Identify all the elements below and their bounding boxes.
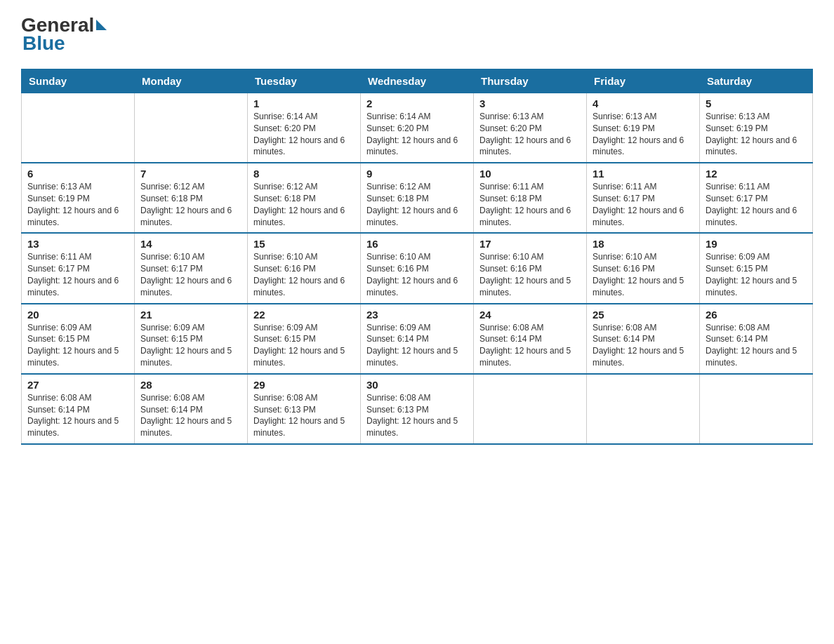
calendar-cell: 26Sunrise: 6:08 AM Sunset: 6:14 PM Dayli… [700, 304, 813, 374]
day-info: Sunrise: 6:12 AM Sunset: 6:18 PM Dayligh… [140, 181, 241, 228]
calendar-cell: 15Sunrise: 6:10 AM Sunset: 6:16 PM Dayli… [248, 233, 361, 303]
day-number: 20 [27, 309, 128, 321]
calendar-cell: 28Sunrise: 6:08 AM Sunset: 6:14 PM Dayli… [135, 374, 248, 444]
header-friday: Friday [587, 69, 700, 93]
day-info: Sunrise: 6:08 AM Sunset: 6:13 PM Dayligh… [366, 392, 468, 439]
day-number: 23 [366, 309, 468, 321]
day-info: Sunrise: 6:11 AM Sunset: 6:17 PM Dayligh… [27, 251, 128, 298]
day-number: 13 [27, 238, 128, 250]
calendar-cell: 5Sunrise: 6:13 AM Sunset: 6:19 PM Daylig… [700, 93, 813, 163]
day-number: 28 [140, 379, 241, 391]
day-info: Sunrise: 6:12 AM Sunset: 6:18 PM Dayligh… [253, 181, 355, 228]
calendar-cell: 8Sunrise: 6:12 AM Sunset: 6:18 PM Daylig… [248, 163, 361, 233]
calendar-cell: 25Sunrise: 6:08 AM Sunset: 6:14 PM Dayli… [587, 304, 700, 374]
day-info: Sunrise: 6:08 AM Sunset: 6:14 PM Dayligh… [479, 322, 581, 369]
day-number: 29 [253, 379, 355, 391]
calendar-cell: 27Sunrise: 6:08 AM Sunset: 6:14 PM Dayli… [22, 374, 135, 444]
calendar-cell: 17Sunrise: 6:10 AM Sunset: 6:16 PM Dayli… [474, 233, 587, 303]
day-info: Sunrise: 6:09 AM Sunset: 6:15 PM Dayligh… [706, 251, 807, 298]
day-info: Sunrise: 6:08 AM Sunset: 6:14 PM Dayligh… [593, 322, 694, 369]
calendar-cell [474, 374, 587, 444]
day-number: 21 [140, 309, 241, 321]
day-number: 22 [253, 309, 355, 321]
day-info: Sunrise: 6:13 AM Sunset: 6:19 PM Dayligh… [593, 111, 694, 158]
day-info: Sunrise: 6:10 AM Sunset: 6:16 PM Dayligh… [366, 251, 468, 298]
calendar-cell: 4Sunrise: 6:13 AM Sunset: 6:19 PM Daylig… [587, 93, 700, 163]
day-info: Sunrise: 6:11 AM Sunset: 6:17 PM Dayligh… [593, 181, 694, 228]
calendar-cell: 18Sunrise: 6:10 AM Sunset: 6:16 PM Dayli… [587, 233, 700, 303]
day-number: 25 [593, 309, 694, 321]
calendar-table: SundayMondayTuesdayWednesdayThursdayFrid… [21, 69, 813, 445]
day-number: 26 [706, 309, 807, 321]
day-info: Sunrise: 6:09 AM Sunset: 6:14 PM Dayligh… [366, 322, 468, 369]
calendar-cell: 13Sunrise: 6:11 AM Sunset: 6:17 PM Dayli… [22, 233, 135, 303]
calendar-cell: 20Sunrise: 6:09 AM Sunset: 6:15 PM Dayli… [22, 304, 135, 374]
calendar-cell: 24Sunrise: 6:08 AM Sunset: 6:14 PM Dayli… [474, 304, 587, 374]
calendar-cell [587, 374, 700, 444]
calendar-cell: 7Sunrise: 6:12 AM Sunset: 6:18 PM Daylig… [135, 163, 248, 233]
calendar-cell: 10Sunrise: 6:11 AM Sunset: 6:18 PM Dayli… [474, 163, 587, 233]
calendar-cell [135, 93, 248, 163]
day-number: 1 [253, 98, 355, 109]
logo: General Blue [21, 14, 107, 55]
day-number: 8 [253, 168, 355, 180]
calendar-cell: 16Sunrise: 6:10 AM Sunset: 6:16 PM Dayli… [361, 233, 474, 303]
calendar-week-row: 6Sunrise: 6:13 AM Sunset: 6:19 PM Daylig… [22, 163, 813, 233]
day-number: 9 [366, 168, 468, 180]
calendar-cell [22, 93, 135, 163]
day-info: Sunrise: 6:09 AM Sunset: 6:15 PM Dayligh… [140, 322, 241, 369]
calendar-header-row: SundayMondayTuesdayWednesdayThursdayFrid… [22, 69, 813, 93]
calendar-cell: 23Sunrise: 6:09 AM Sunset: 6:14 PM Dayli… [361, 304, 474, 374]
header-wednesday: Wednesday [361, 69, 474, 93]
day-number: 30 [366, 379, 468, 391]
day-info: Sunrise: 6:13 AM Sunset: 6:20 PM Dayligh… [479, 111, 581, 158]
calendar-cell: 21Sunrise: 6:09 AM Sunset: 6:15 PM Dayli… [135, 304, 248, 374]
day-info: Sunrise: 6:10 AM Sunset: 6:16 PM Dayligh… [479, 251, 581, 298]
header-saturday: Saturday [700, 69, 813, 93]
day-number: 10 [479, 168, 581, 180]
page-header: General Blue [21, 14, 813, 55]
day-info: Sunrise: 6:08 AM Sunset: 6:13 PM Dayligh… [253, 392, 355, 439]
day-number: 3 [479, 98, 581, 109]
day-info: Sunrise: 6:13 AM Sunset: 6:19 PM Dayligh… [27, 181, 128, 228]
calendar-cell [700, 374, 813, 444]
day-number: 7 [140, 168, 241, 180]
calendar-cell: 11Sunrise: 6:11 AM Sunset: 6:17 PM Dayli… [587, 163, 700, 233]
calendar-cell: 12Sunrise: 6:11 AM Sunset: 6:17 PM Dayli… [700, 163, 813, 233]
calendar-cell: 22Sunrise: 6:09 AM Sunset: 6:15 PM Dayli… [248, 304, 361, 374]
header-sunday: Sunday [22, 69, 135, 93]
day-info: Sunrise: 6:10 AM Sunset: 6:17 PM Dayligh… [140, 251, 241, 298]
logo-triangle-icon [96, 20, 107, 30]
calendar-cell: 29Sunrise: 6:08 AM Sunset: 6:13 PM Dayli… [248, 374, 361, 444]
calendar-cell: 9Sunrise: 6:12 AM Sunset: 6:18 PM Daylig… [361, 163, 474, 233]
day-info: Sunrise: 6:08 AM Sunset: 6:14 PM Dayligh… [27, 392, 128, 439]
calendar-cell: 19Sunrise: 6:09 AM Sunset: 6:15 PM Dayli… [700, 233, 813, 303]
calendar-cell: 30Sunrise: 6:08 AM Sunset: 6:13 PM Dayli… [361, 374, 474, 444]
day-number: 18 [593, 238, 694, 250]
day-number: 11 [593, 168, 694, 180]
day-number: 14 [140, 238, 241, 250]
calendar-cell: 6Sunrise: 6:13 AM Sunset: 6:19 PM Daylig… [22, 163, 135, 233]
day-info: Sunrise: 6:10 AM Sunset: 6:16 PM Dayligh… [253, 251, 355, 298]
day-number: 15 [253, 238, 355, 250]
day-info: Sunrise: 6:14 AM Sunset: 6:20 PM Dayligh… [366, 111, 468, 158]
day-info: Sunrise: 6:12 AM Sunset: 6:18 PM Dayligh… [366, 181, 468, 228]
header-thursday: Thursday [474, 69, 587, 93]
day-number: 12 [706, 168, 807, 180]
logo-blue: Blue [21, 32, 65, 55]
calendar-week-row: 27Sunrise: 6:08 AM Sunset: 6:14 PM Dayli… [22, 374, 813, 444]
calendar-cell: 2Sunrise: 6:14 AM Sunset: 6:20 PM Daylig… [361, 93, 474, 163]
calendar-cell: 1Sunrise: 6:14 AM Sunset: 6:20 PM Daylig… [248, 93, 361, 163]
header-tuesday: Tuesday [248, 69, 361, 93]
day-number: 5 [706, 98, 807, 109]
day-number: 4 [593, 98, 694, 109]
calendar-week-row: 1Sunrise: 6:14 AM Sunset: 6:20 PM Daylig… [22, 93, 813, 163]
day-info: Sunrise: 6:11 AM Sunset: 6:18 PM Dayligh… [479, 181, 581, 228]
calendar-week-row: 20Sunrise: 6:09 AM Sunset: 6:15 PM Dayli… [22, 304, 813, 374]
day-info: Sunrise: 6:14 AM Sunset: 6:20 PM Dayligh… [253, 111, 355, 158]
day-number: 24 [479, 309, 581, 321]
day-info: Sunrise: 6:08 AM Sunset: 6:14 PM Dayligh… [140, 392, 241, 439]
day-info: Sunrise: 6:13 AM Sunset: 6:19 PM Dayligh… [706, 111, 807, 158]
calendar-cell: 14Sunrise: 6:10 AM Sunset: 6:17 PM Dayli… [135, 233, 248, 303]
day-info: Sunrise: 6:09 AM Sunset: 6:15 PM Dayligh… [27, 322, 128, 369]
